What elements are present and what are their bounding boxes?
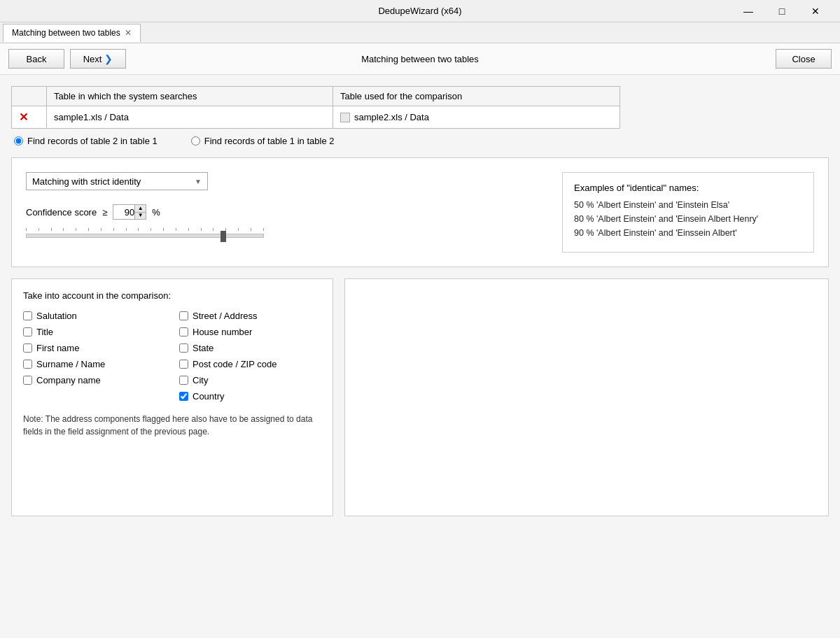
- tick: [38, 228, 39, 231]
- street-label: Street / Address: [192, 311, 258, 321]
- confidence-row: Confidence score ≥ ▲ ▼ %: [26, 204, 548, 220]
- minimize-button[interactable]: —: [732, 0, 764, 22]
- examples-title: Examples of "identical" names:: [574, 183, 802, 193]
- header-search-table: Table in which the system searches: [47, 87, 333, 106]
- country-label: Country: [192, 391, 225, 402]
- matching-left: Matching with strict identity ▼ Confiden…: [26, 172, 548, 238]
- back-label: Back: [27, 54, 47, 64]
- main-content: Table in which the system searches Table…: [0, 75, 840, 638]
- firstname-checkbox[interactable]: [23, 343, 32, 353]
- tick: [51, 228, 52, 231]
- tick: [101, 228, 102, 231]
- back-button[interactable]: Back: [8, 49, 64, 69]
- tick: [138, 228, 139, 231]
- slider-thumb[interactable]: [220, 231, 226, 242]
- housenumber-checkbox[interactable]: [179, 327, 188, 336]
- matching-type-select[interactable]: Matching with strict identity ▼: [26, 172, 208, 190]
- table2-checkbox[interactable]: [340, 113, 350, 122]
- tick: [176, 228, 176, 231]
- salutation-checkbox[interactable]: [23, 311, 32, 320]
- city-label: City: [192, 375, 208, 385]
- header-comparison-table: Table used for the comparison: [333, 87, 620, 106]
- slider-ticks: [26, 228, 264, 231]
- spin-up-button[interactable]: ▲: [134, 205, 146, 213]
- row-table1-cell: sample1.xls / Data: [47, 106, 333, 128]
- surname-checkbox[interactable]: [23, 360, 32, 369]
- city-checkbox[interactable]: [179, 376, 188, 385]
- tick: [150, 228, 151, 231]
- example-1-pct: 50 %: [574, 200, 594, 210]
- radio-option2[interactable]: Find records of table 1 in table 2: [191, 136, 335, 146]
- tick: [126, 228, 127, 231]
- next-arrow-icon: ❯: [104, 53, 113, 64]
- tab-close-icon[interactable]: ✕: [125, 29, 132, 37]
- checkbox-street: Street / Address: [179, 311, 321, 321]
- tick: [213, 228, 214, 231]
- maximize-button[interactable]: □: [766, 0, 798, 22]
- window-close-button[interactable]: ✕: [799, 0, 832, 22]
- checkbox-state: State: [179, 343, 321, 353]
- tick: [76, 228, 76, 231]
- checkbox-title: Title: [23, 327, 165, 337]
- toolbar-title: Matching between two tables: [361, 54, 479, 64]
- radio-option2-input[interactable]: [191, 136, 200, 146]
- radio-option1-input[interactable]: [14, 136, 23, 146]
- examples-box: Examples of "identical" names: 50 % 'Alb…: [562, 172, 814, 253]
- matching-type-value: Matching with strict identity: [32, 176, 141, 187]
- country-checkbox[interactable]: [179, 392, 188, 401]
- row-table2-cell: sample2.xls / Data: [333, 106, 620, 128]
- tick: [263, 228, 264, 231]
- title-bar: DedupeWizard (x64) — □ ✕: [0, 0, 840, 22]
- example-row-2: 80 % 'Albert Einstein' and 'Einsein Albe…: [574, 214, 802, 224]
- next-button[interactable]: Next ❯: [70, 49, 126, 69]
- note-text: Note: The address components flagged her…: [23, 413, 321, 438]
- tables-section: Table in which the system searches Table…: [11, 86, 829, 146]
- tick: [26, 228, 27, 231]
- tick: [113, 228, 114, 231]
- tick: [201, 228, 202, 231]
- radio-group: Find records of table 2 in table 1 Find …: [11, 136, 829, 146]
- slider-container: [26, 228, 548, 238]
- checkbox-col1: Salutation Title First name: [23, 311, 165, 402]
- surname-label: Surname / Name: [36, 359, 105, 369]
- radio-option1[interactable]: Find records of table 2 in table 1: [14, 136, 158, 146]
- title-checkbox[interactable]: [23, 327, 32, 336]
- tick: [63, 228, 64, 231]
- tab-matching-tables[interactable]: Matching between two tables ✕: [3, 24, 141, 42]
- tick: [188, 228, 189, 231]
- company-checkbox[interactable]: [23, 376, 32, 385]
- app-title: DedupeWizard (x64): [378, 6, 461, 16]
- next-label: Next: [83, 54, 102, 64]
- housenumber-label: House number: [192, 327, 252, 337]
- comparison-title: Take into account in the comparison:: [23, 290, 321, 301]
- row-icon-cell: ✕: [12, 106, 47, 128]
- score-value-field[interactable]: [113, 207, 136, 218]
- state-label: State: [192, 343, 214, 353]
- tick: [163, 228, 164, 231]
- spin-down-button[interactable]: ▼: [134, 213, 146, 220]
- example-3-text: 'Albert Einstein' and 'Einssein Albert': [596, 228, 737, 238]
- tab-label: Matching between two tables: [12, 28, 120, 38]
- confidence-label: Confidence score: [26, 207, 97, 218]
- checkbox-grid: Salutation Title First name: [23, 311, 321, 402]
- example-row-1: 50 % 'Albert Einstein' and 'Einstein Els…: [574, 200, 802, 210]
- close-button[interactable]: Close: [776, 49, 832, 69]
- example-1-text: 'Albert Einstein' and 'Einstein Elsa': [596, 200, 729, 210]
- matching-dropdown: Matching with strict identity ▼: [26, 172, 548, 190]
- tables-grid: Table in which the system searches Table…: [11, 86, 620, 129]
- tables-row: ✕ sample1.xls / Data sample2.xls / Data: [12, 106, 620, 128]
- firstname-label: First name: [36, 343, 79, 353]
- salutation-label: Salutation: [36, 311, 77, 321]
- checkbox-city: City: [179, 375, 321, 385]
- comparison-panel: Take into account in the comparison: Sal…: [11, 278, 333, 516]
- confidence-score-input[interactable]: ▲ ▼: [113, 204, 146, 220]
- radio-option1-label: Find records of table 2 in table 1: [27, 136, 158, 146]
- example-2-text: 'Albert Einstein' and 'Einsein Albert He…: [596, 214, 758, 224]
- postcode-checkbox[interactable]: [179, 360, 188, 369]
- example-2-pct: 80 %: [574, 214, 594, 224]
- postcode-label: Post code / ZIP code: [192, 359, 276, 369]
- street-checkbox[interactable]: [179, 311, 188, 320]
- state-checkbox[interactable]: [179, 343, 188, 353]
- slider-track[interactable]: [26, 234, 264, 238]
- checkbox-firstname: First name: [23, 343, 165, 353]
